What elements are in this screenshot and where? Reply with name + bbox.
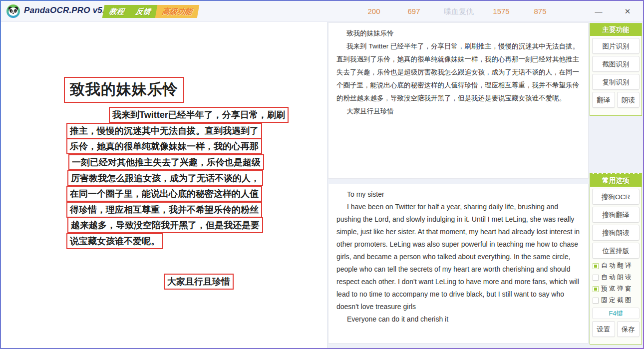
ocr-paragraph: 我来到 Twitter 已经半年了，分享日常，刷刷推主，慢慢的沉迷其中无法自拔。… <box>336 40 581 105</box>
translation-paragraph: To my sister <box>336 188 581 201</box>
screenshot-recognize-button[interactable]: 截图识别 <box>592 56 640 72</box>
app-window: PandaOCR.PRO v5.33 教程 反馈 高级功能 200 697 喋血… <box>0 0 644 349</box>
image-text-line: 说宝藏女孩谁不爱呢。 <box>66 233 163 249</box>
minimize-button[interactable]: — <box>592 5 606 18</box>
titlebar: PandaOCR.PRO v5.33 教程 反馈 高级功能 200 697 喋血… <box>1 1 643 21</box>
close-button[interactable]: ✕ <box>621 5 635 18</box>
preview-popup-checkbox[interactable] <box>593 286 599 292</box>
save-button[interactable]: 保存 <box>617 321 640 337</box>
f4-hotkey-button[interactable]: F4键 <box>592 308 640 319</box>
translation-paragraph: Everyone can do it and cherish it <box>336 313 581 326</box>
auto-read-checkbox-row[interactable]: 自动朗读 <box>593 273 639 282</box>
auto-translate-label: 自动翻译 <box>601 262 633 270</box>
sogou-ocr-button[interactable]: 搜狗OCR <box>592 189 640 205</box>
image-title-box: 致我的妹妹乐怜 <box>64 77 184 103</box>
stat-count-4: 875 <box>534 7 546 15</box>
sogou-read-button[interactable]: 搜狗朗读 <box>592 225 640 241</box>
image-text-line: 乐伶，她真的很单纯就像妹妹一样，我的心再那 <box>66 138 262 154</box>
feedback-button[interactable]: 反馈 <box>129 5 158 18</box>
common-options-header: 常用选项 <box>590 174 642 187</box>
image-text-line: 推主，慢慢的沉迷其中无法自拔。直到我遇到了 <box>66 123 262 139</box>
preview-popup-label: 预览弹窗 <box>601 285 633 293</box>
app-title: PandaOCR.PRO v5.33 <box>24 5 114 15</box>
fixed-screenshot-checkbox[interactable] <box>593 298 599 304</box>
settings-button[interactable]: 设置 <box>592 321 615 337</box>
layout-position-button[interactable]: 位置排版 <box>592 243 640 259</box>
preview-popup-checkbox-row[interactable]: 预览弹窗 <box>593 285 639 293</box>
stat-count-1: 200 <box>367 7 380 15</box>
fixed-screenshot-checkbox-row[interactable]: 固定截图 <box>593 296 639 305</box>
auto-translate-checkbox[interactable] <box>593 263 599 269</box>
ocr-paragraph: 大家且行且珍惜 <box>336 105 581 118</box>
auto-translate-checkbox-row[interactable]: 自动翻译 <box>593 262 639 270</box>
translate-button[interactable]: 翻译 <box>592 92 615 108</box>
common-options-section: 常用选项 搜狗OCR 搜狗翻译 搜狗朗读 位置排版 自动翻译 自动朗读 预览弹窗 <box>590 173 642 345</box>
sidebar: 主要功能 图片识别 截图识别 复制识别 翻译 朗读 常用选项 搜狗OCR 搜狗翻… <box>589 22 643 348</box>
stat-count-3: 1575 <box>493 7 509 15</box>
image-text-line: 越来越多，导致没空陪我开黑了，但是我还是要 <box>67 217 263 233</box>
tutorial-button-label: 教程 <box>108 5 126 18</box>
advanced-features-button[interactable]: 高级功能 <box>155 5 200 18</box>
panda-logo-icon <box>6 4 20 18</box>
window-body: PandaOCR.PRO v5.33 教程 反馈 高级功能 200 697 喋血… <box>1 1 643 348</box>
fixed-screenshot-label: 固定截图 <box>601 296 633 305</box>
image-text-line: 我来到Twitter已经半年了，分享日常，刷刷 <box>109 107 289 123</box>
sogou-translate-button[interactable]: 搜狗翻译 <box>592 207 640 223</box>
translation-result-textarea[interactable]: To my sister I have been on Twitter for … <box>328 184 589 344</box>
stat-count-2: 697 <box>407 7 420 15</box>
ocr-paragraph: 致我的妹妹乐怜 <box>336 27 581 40</box>
image-footer-box: 大家且行且珍惜 <box>164 274 234 290</box>
source-image-panel: 致我的妹妹乐怜 我来到Twitter已经半年了，分享日常，刷刷 推主，慢慢的沉迷… <box>1 22 327 348</box>
auto-read-label: 自动朗读 <box>601 273 633 282</box>
auto-read-checkbox[interactable] <box>593 275 599 281</box>
image-text-line: 在同一个圈子里，能说出心底的秘密这样的人值 <box>66 186 262 202</box>
read-aloud-button[interactable]: 朗读 <box>617 92 640 108</box>
main-functions-section: 主要功能 图片识别 截图识别 复制识别 翻译 朗读 <box>590 23 642 116</box>
translation-paragraph: I have been on Twitter for half a year, … <box>336 201 581 313</box>
clipboard-recognize-button[interactable]: 复制识别 <box>592 74 640 90</box>
image-text-line: 一刻已经对其他推主失去了兴趣，乐伶也是超级 <box>68 154 264 170</box>
feedback-button-label: 反馈 <box>135 5 152 18</box>
ocr-result-textarea[interactable]: 致我的妹妹乐怜 我来到 Twitter 已经半年了，分享日常，刷刷推主，慢慢的沉… <box>328 22 589 179</box>
image-text-line: 厉害教我怎么跟追女孩，成为了无话不谈的人， <box>67 170 263 186</box>
image-recognize-button[interactable]: 图片识别 <box>592 38 640 54</box>
advanced-features-button-label: 高级功能 <box>161 5 194 18</box>
stat-watermark-label: 喋血复仇 <box>444 7 474 16</box>
image-text-line: 得珍惜，理应相互尊重，我并不希望乐伶的粉丝 <box>66 202 262 218</box>
tutorial-button[interactable]: 教程 <box>102 5 132 18</box>
main-functions-header: 主要功能 <box>590 23 642 36</box>
